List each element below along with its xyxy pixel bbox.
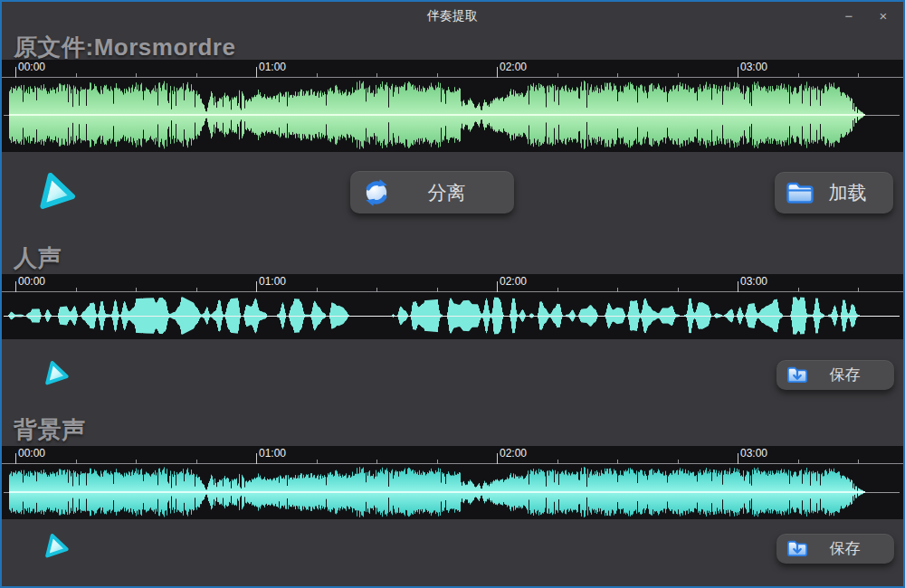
original-file-title: 原文件:Morsmordre	[14, 32, 235, 63]
timeline-tick	[256, 67, 257, 78]
window-title: 伴奏提取	[2, 2, 903, 29]
timeline-tick	[256, 453, 257, 464]
timeline-label: 03:00	[740, 61, 767, 73]
timeline-label: 02:00	[500, 275, 527, 288]
timeline-label: 03:00	[740, 447, 767, 460]
vocals-title: 人声	[14, 242, 62, 274]
timeline-label: 01:00	[259, 275, 286, 288]
save-folder-icon	[786, 539, 808, 559]
timeline-tick	[497, 453, 498, 464]
play-vocals-button[interactable]	[40, 357, 73, 391]
play-icon	[43, 175, 75, 212]
background-wave-panel: 00:0001:0002:0003:00	[2, 446, 903, 519]
sync-icon	[361, 177, 392, 208]
background-title: 背景声	[14, 414, 86, 446]
play-original-button[interactable]	[32, 167, 82, 218]
timeline-tick	[497, 67, 498, 78]
timeline-tick	[15, 67, 16, 78]
timeline-label: 01:00	[259, 61, 286, 73]
original-wave-panel: 00:0001:0002:0003:00	[2, 60, 903, 152]
timeline-vocals: 00:0001:0002:0003:00	[2, 274, 903, 292]
timeline-original: 00:0001:0002:0003:00	[2, 60, 903, 78]
timeline-background: 00:0001:0002:0003:00	[2, 446, 903, 464]
vocals-wave-panel: 00:0001:0002:0003:00	[2, 274, 903, 339]
timeline-label: 00:00	[18, 275, 45, 288]
timeline-label: 02:00	[500, 447, 527, 460]
play-icon	[47, 363, 69, 386]
timeline-label: 00:00	[18, 61, 45, 73]
titlebar: 伴奏提取 − ×	[2, 2, 903, 29]
separate-button-label: 分离	[392, 180, 514, 205]
save-vocals-label: 保存	[808, 365, 894, 385]
original-waveform[interactable]	[2, 78, 903, 152]
play-icon	[47, 536, 69, 559]
timeline-tick	[738, 453, 738, 464]
vocals-waveform[interactable]	[2, 292, 903, 339]
minimize-button[interactable]: −	[833, 2, 865, 29]
timeline-tick	[497, 281, 498, 292]
close-button[interactable]: ×	[867, 2, 900, 29]
play-background-button[interactable]	[40, 530, 73, 564]
background-waveform[interactable]	[2, 464, 903, 519]
timeline-label: 02:00	[500, 61, 527, 73]
timeline-label: 03:00	[740, 275, 767, 288]
app-window: 伴奏提取 − × 原文件:Morsmordre 00:0001:0002:000…	[0, 0, 905, 588]
separate-button[interactable]: 分离	[350, 171, 514, 213]
save-vocals-button[interactable]: 保存	[776, 360, 894, 390]
load-button-label: 加载	[814, 180, 893, 205]
timeline-label: 00:00	[18, 447, 45, 460]
save-background-button[interactable]: 保存	[776, 534, 894, 564]
timeline-tick	[15, 281, 16, 292]
save-folder-icon	[786, 365, 808, 385]
timeline-tick	[738, 67, 738, 78]
timeline-tick	[15, 453, 16, 464]
load-button[interactable]: 加载	[775, 172, 893, 213]
folder-icon	[786, 179, 814, 206]
save-background-label: 保存	[808, 538, 894, 559]
timeline-label: 01:00	[259, 447, 286, 460]
timeline-tick	[738, 281, 738, 292]
timeline-tick	[256, 281, 257, 292]
